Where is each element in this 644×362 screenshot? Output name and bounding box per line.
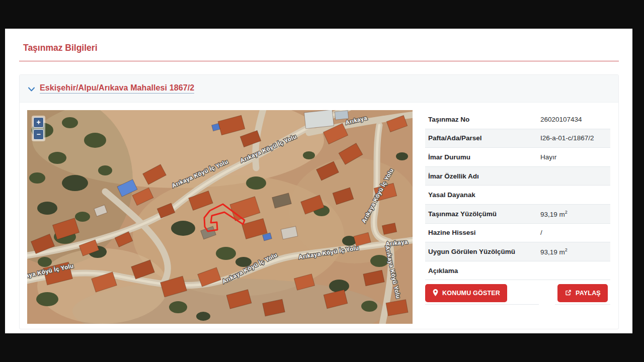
location-pin-icon bbox=[432, 289, 439, 298]
share-button[interactable]: PAYLAŞ bbox=[557, 284, 608, 302]
share-icon bbox=[565, 289, 572, 298]
table-row: Uygun Görülen Yüzölçümü 93,19 m2 bbox=[425, 242, 610, 261]
table-row: İmar Özellik Adı bbox=[425, 167, 610, 186]
table-row: İmar Durumu Hayır bbox=[425, 148, 610, 167]
row-label: İmar Özellik Adı bbox=[425, 172, 540, 180]
row-label: Yasal Dayanak bbox=[425, 191, 540, 199]
property-info-page: Taşınmaz Bilgileri Eskişehir/Alpu/Arıkav… bbox=[5, 29, 632, 333]
row-label: Uygun Görülen Yüzölçümü bbox=[425, 248, 540, 255]
property-details-table: Taşınmaz No 26020107434 Pafta/Ada/Parsel… bbox=[425, 110, 610, 305]
row-value: 93,19 m2 bbox=[540, 210, 610, 218]
row-value: 26020107434 bbox=[540, 116, 610, 123]
table-row: Taşınmaz No 26020107434 bbox=[425, 110, 610, 129]
page-title: Taşınmaz Bilgileri bbox=[23, 43, 632, 53]
table-row: Taşınmaz Yüzölçümü 93,19 m2 bbox=[425, 205, 610, 224]
satellite-map[interactable]: Arıkaya Köyü İç Yolu Arıkaya Köyü İç Yol… bbox=[27, 110, 413, 324]
row-label: Hazine Hissesi bbox=[425, 229, 540, 236]
row-label: Taşınmaz Yüzölçümü bbox=[425, 210, 540, 218]
row-label: Açıklama bbox=[425, 267, 540, 275]
share-cell: PAYLAŞ bbox=[555, 284, 610, 305]
table-row: Pafta/Ada/Parsel I26-a-01-c/1867/2 bbox=[425, 129, 610, 148]
satellite-imagery: Arıkaya Köyü İç Yolu Arıkaya Köyü İç Yol… bbox=[27, 110, 413, 324]
card-body: Arıkaya Köyü İç Yolu Arıkaya Köyü İç Yol… bbox=[20, 103, 618, 329]
row-label: Taşınmaz No bbox=[425, 116, 540, 123]
show-location-button[interactable]: KONUMU GÖSTER bbox=[425, 284, 507, 302]
table-row: Açıklama bbox=[425, 261, 610, 281]
show-location-cell: KONUMU GÖSTER bbox=[425, 284, 539, 305]
section-header: Eskişehir/Alpu/Arıkava Mahallesi 1867/2 bbox=[20, 75, 618, 103]
row-value: Hayır bbox=[540, 153, 610, 161]
table-row: Yasal Dayanak bbox=[425, 186, 610, 205]
property-card: Eskişehir/Alpu/Arıkava Mahallesi 1867/2 bbox=[19, 74, 619, 329]
map-zoom-controls: + − bbox=[32, 116, 45, 141]
title-divider bbox=[19, 61, 619, 61]
actions-row: KONUMU GÖSTER PAYLAŞ bbox=[425, 284, 610, 305]
row-label: Pafta/Ada/Parsel bbox=[425, 134, 540, 142]
table-row: Hazine Hissesi / bbox=[425, 224, 610, 243]
chevron-down-icon[interactable] bbox=[28, 85, 35, 92]
parcel-section-link[interactable]: Eskişehir/Alpu/Arıkava Mahallesi 1867/2 bbox=[40, 83, 194, 94]
zoom-out-button[interactable]: − bbox=[33, 129, 44, 140]
row-value: I26-a-01-c/1867/2 bbox=[540, 134, 610, 142]
row-value: 93,19 m2 bbox=[540, 247, 610, 256]
zoom-in-button[interactable]: + bbox=[33, 117, 44, 128]
row-value: / bbox=[540, 229, 610, 236]
row-label: İmar Durumu bbox=[425, 153, 540, 161]
